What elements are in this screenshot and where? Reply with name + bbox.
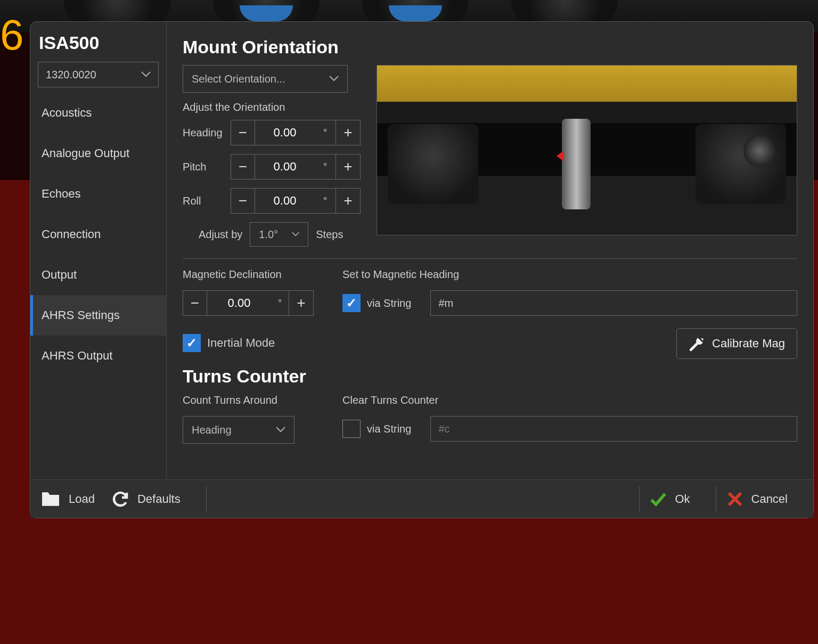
footer-divider [716,486,716,512]
roll-unit: ° [315,188,336,214]
clear-turns-row: via String #c [342,416,797,442]
load-button[interactable]: Load [40,491,95,508]
mount-orientation-heading: Mount Orientation [183,37,797,58]
roll-label: Roll [183,195,231,207]
roll-row: Roll − 0.00 ° + [183,188,361,214]
mag-decl-unit: ° [271,290,289,316]
sidebar-item-ahrs-settings[interactable]: AHRS Settings [30,295,166,336]
magnetic-declination-col: Magnetic Declination − 0.00 ° + [183,268,321,324]
folder-icon [40,491,61,508]
pitch-value[interactable]: 0.00 [255,154,315,180]
heading-row: Heading − 0.00 ° + [183,120,361,145]
adjust-by-label: Adjust by [199,229,242,241]
separator [183,258,797,259]
inertial-mode-checkbox[interactable] [183,334,201,352]
magnetic-row: Magnetic Declination − 0.00 ° + Set to M… [183,268,797,324]
cancel-label: Cancel [751,492,788,506]
heading-minus-button[interactable]: − [231,120,255,145]
pitch-row: Pitch − 0.00 ° + [183,154,361,180]
orientation-controls: Select Orientation... Adjust the Orienta… [183,65,361,247]
magnetic-declination-stepper: − 0.00 ° + [183,290,321,316]
device-select[interactable]: 1320.0020 [38,62,159,87]
render-bracket [388,124,478,204]
adjust-by-select[interactable]: 1.0° [250,222,308,247]
set-magnetic-heading-label: Set to Magnetic Heading [342,268,797,281]
adjust-orientation-label: Adjust the Orientation [183,101,361,113]
count-turns-select[interactable]: Heading [183,416,295,444]
sidebar-item-acoustics[interactable]: Acoustics [30,93,166,133]
footer-divider [639,486,640,512]
pitch-label: Pitch [183,161,231,173]
device-select-value: 1320.0020 [46,69,96,81]
defaults-button[interactable]: Defaults [111,490,181,509]
magnetic-string-input[interactable]: #m [430,290,797,316]
set-magnetic-heading-row: via String #m [342,290,797,316]
chevron-down-icon [292,232,299,237]
count-turns-label: Count Turns Around [183,394,321,406]
set-magnetic-heading-col: Set to Magnetic Heading via String #m [342,268,797,324]
refresh-icon [111,490,130,509]
close-icon [726,490,744,508]
roll-value[interactable]: 0.00 [255,188,315,214]
sidebar-item-analogue-output[interactable]: Analogue Output [30,133,166,174]
clear-string-input[interactable]: #c [430,416,797,442]
sidebar-item-label: Analogue Output [42,146,129,160]
roll-plus-button[interactable]: + [336,188,361,214]
mag-decl-minus-button[interactable]: − [183,290,207,316]
count-turns-value: Heading [192,424,232,436]
mag-decl-value[interactable]: 0.00 [207,290,271,316]
pitch-plus-button[interactable]: + [336,154,361,180]
render-bracket [696,124,786,204]
settings-dialog: ISA500 1320.0020 Acoustics Analogue Outp… [30,21,814,518]
orientation-select[interactable]: Select Orientation... [183,65,348,93]
magnetic-string-value: #m [438,297,453,309]
sidebar-item-echoes[interactable]: Echoes [30,174,166,214]
via-string-magnetic-checkbox[interactable] [342,294,361,312]
chevron-down-icon [141,71,151,78]
render-sensor [562,119,591,209]
sidebar-item-label: Echoes [42,187,80,201]
mag-decl-plus-button[interactable]: + [289,290,314,316]
sidebar-item-label: AHRS Settings [42,308,120,322]
count-turns-col: Count Turns Around Heading [183,394,321,450]
orientation-render [377,65,797,235]
via-string-label: via String [367,297,411,309]
adjust-by-suffix: Steps [316,229,343,241]
sidebar-item-connection[interactable]: Connection [30,214,166,255]
pitch-minus-button[interactable]: − [231,154,255,180]
background-digit: 6 [0,11,24,60]
magnetic-declination-label: Magnetic Declination [183,268,321,281]
sidebar-item-label: AHRS Output [42,349,112,363]
heading-value[interactable]: 0.00 [255,120,315,145]
via-string-clear-checkbox[interactable] [342,420,361,438]
sidebar-item-ahrs-output[interactable]: AHRS Output [30,336,166,376]
cancel-button[interactable]: Cancel [726,490,788,508]
heading-unit: ° [315,120,336,145]
roll-minus-button[interactable]: − [231,188,255,214]
pitch-unit: ° [315,154,336,180]
sidebar-item-label: Connection [42,227,101,241]
load-label: Load [69,492,95,506]
chevron-down-icon [276,427,285,433]
heading-label: Heading [183,127,231,139]
inertial-mode-label: Inertial Mode [207,336,275,350]
calibrate-mag-button[interactable]: Calibrate Mag [676,328,797,359]
mount-orientation-area: Select Orientation... Adjust the Orienta… [183,65,797,247]
dialog-footer: Load Defaults Ok Cancel [30,479,813,518]
chevron-down-icon [329,76,339,82]
heading-plus-button[interactable]: + [336,120,361,145]
adjust-by-row: Adjust by 1.0° Steps [199,222,361,247]
dialog-body: ISA500 1320.0020 Acoustics Analogue Outp… [30,22,813,479]
clear-string-placeholder: #c [438,423,449,435]
turns-counter-row: Count Turns Around Heading Clear Turns C… [183,394,797,450]
device-title: ISA500 [30,22,166,60]
wrench-icon [689,336,705,352]
calibrate-mag-label: Calibrate Mag [712,337,785,350]
clear-turns-label: Clear Turns Counter [342,394,797,406]
sidebar-item-label: Acoustics [42,106,92,120]
sidebar-item-output[interactable]: Output [30,255,166,295]
ok-button[interactable]: Ok [649,490,690,508]
via-string-label: via String [367,423,411,435]
footer-divider [206,486,207,512]
orientation-select-value: Select Orientation... [192,73,285,85]
